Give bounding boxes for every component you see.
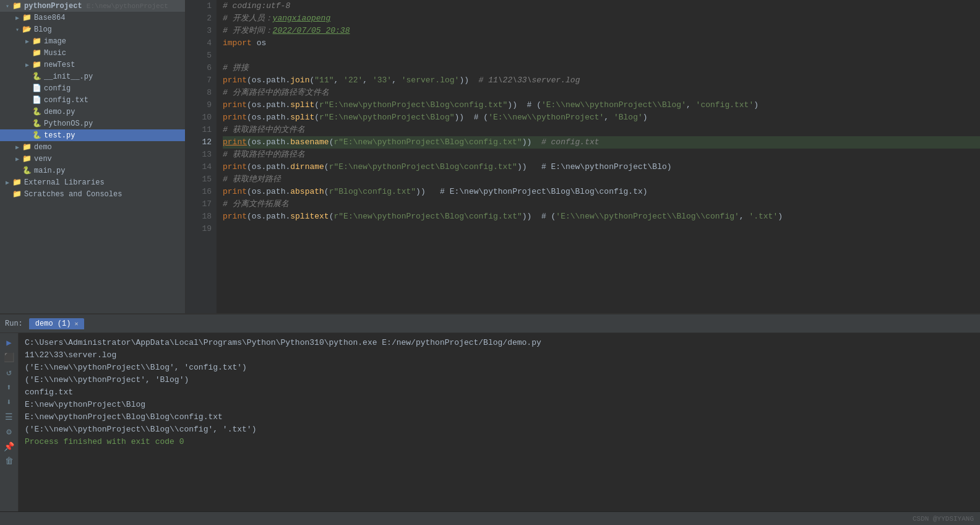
run-stop-button[interactable]: ⬛ bbox=[2, 350, 16, 364]
code-line-13: # 获取路径中的路径名 bbox=[223, 149, 980, 161]
run-rerun-button[interactable]: ↺ bbox=[2, 365, 16, 379]
tree-item-__init__py[interactable]: 🐍 __init__.py bbox=[0, 71, 185, 82]
bottom-inner: ▶ ⬛ ↺ ⬆ ⬇ ☰ ⚙ 📌 🗑 C:\Users\Administrator… bbox=[0, 333, 980, 511]
line-number-17: 17 bbox=[186, 198, 212, 210]
code-line-18: print(os.path.splitext(r"E:\new\pythonPr… bbox=[223, 210, 980, 223]
run-toolbar: ▶ ⬛ ↺ ⬆ ⬇ ☰ ⚙ 📌 🗑 bbox=[0, 333, 19, 511]
tree-arrow-Base864: ▶ bbox=[12, 14, 22, 22]
tree-label-Blog: Blog bbox=[34, 25, 185, 34]
tree-item-PythonOS-py[interactable]: 🐍 PythonOS.py bbox=[0, 118, 185, 129]
tree-item-demo[interactable]: ▶📁 demo bbox=[0, 141, 185, 153]
run-output-line: Process finished with exit code 0 bbox=[25, 436, 974, 448]
tree-item-Base864[interactable]: ▶📁 Base864 bbox=[0, 12, 185, 24]
run-scroll-up[interactable]: ⬆ bbox=[2, 380, 16, 394]
folder-icon: 📁 bbox=[22, 142, 32, 152]
code-lines[interactable]: # coding:utf-8# 开发人员：yangxiaopeng# 开发时间：… bbox=[217, 0, 980, 313]
code-line-19 bbox=[223, 223, 980, 235]
folder-icon: 📁 bbox=[12, 1, 22, 11]
run-output-line: ('E:\\new\\pythonProject', 'Blog') bbox=[25, 374, 974, 386]
code-line-7: print(os.path.join("11", '22', '33', 'se… bbox=[223, 74, 980, 87]
tree-arrow-ExternalLibraries: ▶ bbox=[2, 179, 12, 186]
run-tab-demo[interactable]: demo (1) ✕ bbox=[29, 318, 85, 329]
tree-label-Base864: Base864 bbox=[34, 14, 185, 22]
run-clear-button[interactable]: 🗑 bbox=[2, 454, 16, 468]
tree-item-config-txt[interactable]: 📄 config.txt bbox=[0, 94, 185, 106]
tree-label-ExternalLibraries: External Libraries bbox=[24, 178, 185, 187]
code-line-11: # 获取路径中的文件名 bbox=[223, 124, 980, 136]
run-play-button[interactable]: ▶ bbox=[2, 336, 16, 349]
tree-label-__init__py: __init__.py bbox=[44, 72, 185, 81]
code-line-8: # 分离路径中的路径寄文件名 bbox=[223, 87, 980, 99]
python-file-icon: 🐍 bbox=[32, 107, 41, 116]
main-area: ▾📁 pythonProject E:\new\pythonProject▶📁 … bbox=[0, 0, 980, 313]
run-output-line: E:\new\pythonProject\Blog\Blog\config.tx… bbox=[25, 411, 974, 423]
tree-label-Music: Music bbox=[44, 49, 185, 58]
close-tab-button[interactable]: ✕ bbox=[74, 320, 78, 328]
code-line-15: # 获取绝对路径 bbox=[223, 173, 980, 186]
run-settings-button[interactable]: ⚙ bbox=[2, 425, 16, 438]
tree-label-PythonOS-py: PythonOS.py bbox=[44, 119, 185, 128]
tree-item-Blog[interactable]: ▾📂 Blog bbox=[0, 24, 185, 35]
tree-label-demo-py: demo.py bbox=[44, 108, 185, 116]
tree-label-image: image bbox=[44, 37, 185, 46]
run-tab-label: demo (1) bbox=[35, 319, 71, 328]
folder-icon: 📁 bbox=[22, 154, 32, 163]
code-line-12: print(os.path.basename(r"E:\new\pythonPr… bbox=[223, 136, 980, 149]
line-number-13: 13 bbox=[186, 149, 212, 161]
folder-icon: 📁 bbox=[32, 48, 41, 58]
run-output-line: C:\Users\Administrator\AppData\Local\Pro… bbox=[25, 337, 974, 349]
run-label: Run: bbox=[5, 319, 23, 328]
line-number-7: 7 bbox=[186, 74, 212, 87]
tree-item-demo-py[interactable]: 🐍 demo.py bbox=[0, 106, 185, 118]
code-line-2: # 开发人员：yangxiaopeng bbox=[223, 12, 980, 25]
text-file-icon: 📄 bbox=[32, 95, 41, 105]
tree-label-test-py: test.py bbox=[44, 131, 185, 140]
code-line-5 bbox=[223, 50, 980, 62]
tree-arrow-pythonProject: ▾ bbox=[2, 2, 12, 10]
line-number-6: 6 bbox=[186, 62, 212, 74]
tree-label-config: config bbox=[44, 84, 185, 93]
code-line-4: import os bbox=[223, 37, 980, 50]
tree-arrow-image: ▶ bbox=[22, 38, 32, 45]
folder-special-icon: 📁 bbox=[12, 178, 22, 187]
tree-label-venv: venv bbox=[34, 155, 185, 163]
status-bar: CSDN @YYDSIYANG bbox=[0, 511, 980, 525]
folder-icon: 📂 bbox=[22, 25, 32, 34]
run-pin-button[interactable]: 📌 bbox=[2, 440, 16, 453]
run-output-line: config.txt bbox=[25, 386, 974, 399]
tree-item-main-py[interactable]: 🐍 main.py bbox=[0, 165, 185, 176]
python-file-icon: 🐍 bbox=[32, 119, 41, 128]
run-list-button[interactable]: ☰ bbox=[2, 410, 16, 423]
line-number-8: 8 bbox=[186, 87, 212, 99]
tree-item-ExternalLibraries[interactable]: ▶📁 External Libraries bbox=[0, 176, 185, 188]
tree-item-venv[interactable]: ▶📁 venv bbox=[0, 153, 185, 165]
tree-item-test-py[interactable]: 🐍 test.py bbox=[0, 129, 185, 141]
tree-item-image[interactable]: ▶📁 image bbox=[0, 35, 185, 47]
tree-item-ScratchesConsoles[interactable]: 📁 Scratches and Consoles bbox=[0, 188, 185, 200]
line-number-14: 14 bbox=[186, 161, 212, 173]
tree-label-main-py: main.py bbox=[34, 167, 185, 175]
python-file-icon: 🐍 bbox=[32, 131, 41, 140]
tree-item-config[interactable]: 📄 config bbox=[0, 82, 185, 94]
run-content: C:\Users\Administrator\AppData\Local\Pro… bbox=[19, 333, 980, 511]
run-output-line: 11\22\33\server.log bbox=[25, 349, 974, 362]
folder-special-icon: 📁 bbox=[12, 189, 22, 199]
code-line-16: print(os.path.abspath(r"Blog\config.txt"… bbox=[223, 186, 980, 198]
tree-item-Music[interactable]: 📁 Music bbox=[0, 47, 185, 59]
code-line-9: print(os.path.split(r"E:\new\pythonProje… bbox=[223, 99, 980, 111]
run-output-line: ('E:\\new\\pythonProject\\Blog\\config',… bbox=[25, 423, 974, 436]
run-scroll-down[interactable]: ⬇ bbox=[2, 395, 16, 409]
tree-item-pythonProject[interactable]: ▾📁 pythonProject E:\new\pythonProject bbox=[0, 0, 185, 12]
code-line-3: # 开发时间：2022/07/05 20:38 bbox=[223, 25, 980, 37]
folder-icon: 📁 bbox=[32, 60, 41, 69]
code-line-1: # coding:utf-8 bbox=[223, 0, 980, 12]
sidebar: ▾📁 pythonProject E:\new\pythonProject▶📁 … bbox=[0, 0, 186, 313]
tree-label-newTest: newTest bbox=[44, 61, 185, 69]
file-tree: ▾📁 pythonProject E:\new\pythonProject▶📁 … bbox=[0, 0, 185, 200]
tree-label-config-txt: config.txt bbox=[44, 96, 185, 105]
tree-arrow-Blog: ▾ bbox=[12, 26, 22, 33]
status-text: CSDN @YYDSIYANG bbox=[913, 515, 974, 523]
line-number-19: 19 bbox=[186, 223, 212, 235]
tree-arrow-demo: ▶ bbox=[12, 144, 22, 151]
tree-item-newTest[interactable]: ▶📁 newTest bbox=[0, 59, 185, 71]
